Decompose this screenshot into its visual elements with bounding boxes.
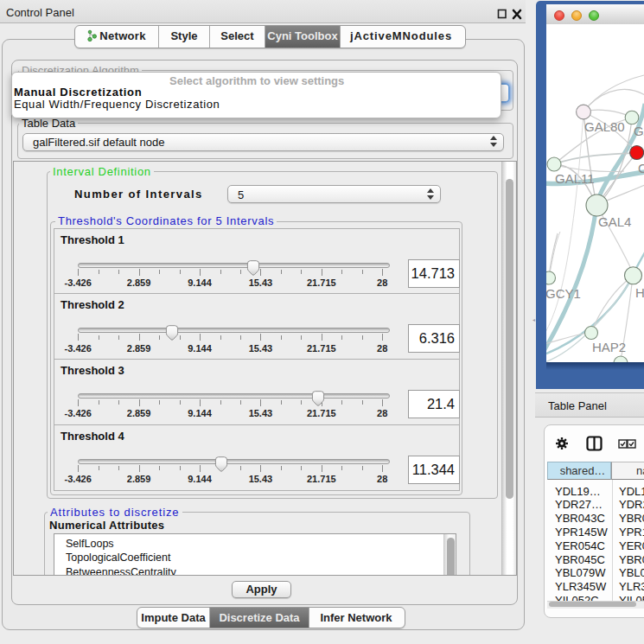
svg-text:GAL11: GAL11	[555, 171, 595, 186]
svg-text:HS: HS	[635, 285, 644, 300]
svg-text:GAL80: GAL80	[584, 119, 625, 134]
svg-text:CR: CR	[638, 161, 644, 175]
svg-text:HAP2: HAP2	[592, 340, 626, 354]
svg-text:GAL4: GAL4	[598, 214, 631, 229]
svg-text:GCY1: GCY1	[546, 286, 581, 301]
svg-text:GA: GA	[634, 124, 644, 138]
